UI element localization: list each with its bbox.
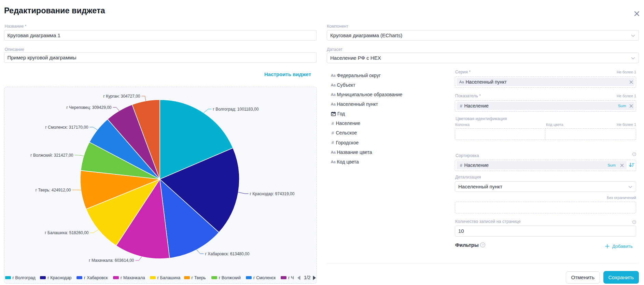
svg-text:?: ? [482, 243, 484, 247]
svg-text:г Смоленск: 317170,00: г Смоленск: 317170,00 [45, 125, 88, 129]
svg-text:?: ? [634, 221, 635, 223]
svg-text:г Махачкала: 603614,00: г Махачкала: 603614,00 [89, 258, 134, 263]
svg-text:г Хабаровск: 613480,00: г Хабаровск: 613480,00 [205, 251, 249, 256]
svg-text:г Волжский: 321427,00: г Волжский: 321427,00 [30, 153, 73, 157]
svg-text:г Курган: 304727,00: г Курган: 304727,00 [103, 94, 140, 98]
svg-text:г Тверь: 424912,00: г Тверь: 424912,00 [35, 187, 71, 192]
svg-text:г Балашиха: 518260,00: г Балашиха: 518260,00 [45, 230, 89, 235]
svg-text:г Краснодар: 974319,00: г Краснодар: 974319,00 [250, 191, 294, 196]
svg-text:г Череповец: 309429,00: г Череповец: 309429,00 [66, 105, 111, 110]
svg-text:г Волгоград: 1001183,00: г Волгоград: 1001183,00 [213, 106, 258, 111]
svg-text:?: ? [634, 153, 635, 155]
